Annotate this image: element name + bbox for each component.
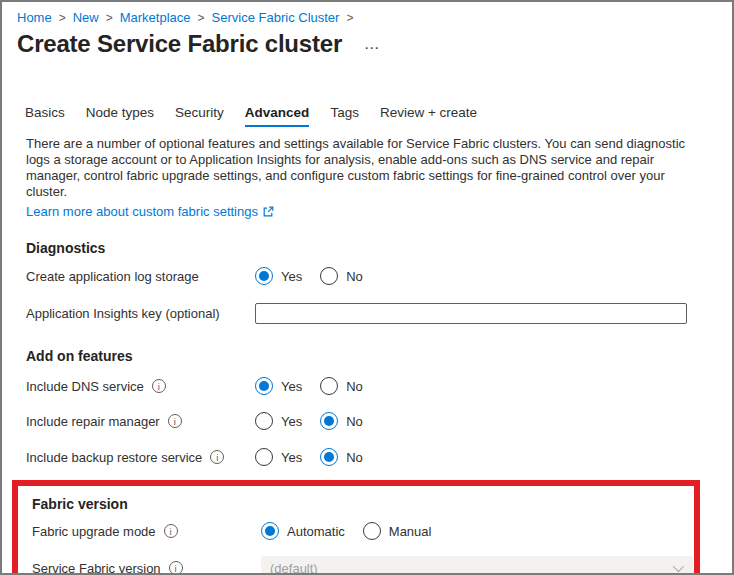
radio-label: No [346, 379, 363, 394]
radio-label: No [346, 414, 363, 429]
breadcrumb-new[interactable]: New [73, 10, 99, 25]
chevron-right-separator: > [198, 11, 205, 25]
radio-option-yes[interactable]: Yes [255, 448, 302, 466]
radio-option-no[interactable]: No [320, 377, 363, 395]
field-label: Include backup restore service [26, 450, 202, 465]
field-label: Create application log storage [26, 269, 199, 284]
tab-content-advanced: There are a number of optional features … [2, 136, 732, 575]
field-label: Include repair manager [26, 414, 160, 429]
chevron-down-icon [673, 561, 684, 572]
chevron-right-separator: > [59, 11, 66, 25]
radio-option-no[interactable]: No [320, 412, 363, 430]
radio-icon [320, 448, 338, 466]
radio-option-no[interactable]: No [320, 448, 363, 466]
breadcrumb-home[interactable]: Home [17, 10, 52, 25]
form-row-include-repair-manager: Include repair manager Yes No [26, 412, 708, 430]
title-row: Create Service Fabric cluster ⋯ [17, 30, 732, 58]
dropdown-selected-value: (default) [270, 561, 318, 575]
radio-icon [320, 267, 338, 285]
chevron-right-separator: > [346, 11, 353, 25]
highlight-box-fabric-version: Fabric version Fabric upgrade mode Autom… [12, 480, 700, 575]
learn-more-link[interactable]: Learn more about custom fabric settings [26, 204, 274, 219]
radio-label: Yes [281, 379, 302, 394]
radio-option-manual[interactable]: Manual [363, 522, 432, 540]
radio-icon [320, 412, 338, 430]
page-header: Home > New > Marketplace > Service Fabri… [2, 2, 732, 58]
radio-group-include-dns-service: Yes No [255, 377, 363, 395]
chevron-right-separator: > [106, 11, 113, 25]
radio-option-yes[interactable]: Yes [255, 267, 302, 285]
form-row-include-backup-restore-service: Include backup restore service Yes No [26, 448, 708, 466]
section-heading-fabric-version: Fabric version [32, 496, 694, 512]
intro-text: There are a number of optional features … [26, 136, 688, 200]
field-label: Application Insights key (optional) [26, 306, 220, 321]
radio-label: Automatic [287, 524, 345, 539]
breadcrumb-marketplace[interactable]: Marketplace [120, 10, 191, 25]
page-title: Create Service Fabric cluster [17, 30, 342, 58]
radio-label: Yes [281, 414, 302, 429]
info-icon[interactable] [168, 414, 182, 428]
form-row-fabric-upgrade-mode: Fabric upgrade mode Automatic Manual [32, 522, 694, 540]
section-heading-add-on-features: Add on features [26, 348, 708, 364]
radio-icon [255, 448, 273, 466]
breadcrumb-service-fabric-cluster[interactable]: Service Fabric Cluster [212, 10, 340, 25]
form-row-service-fabric-version: Service Fabric version (default) [32, 556, 694, 575]
service-fabric-version-dropdown[interactable]: (default) [261, 556, 693, 575]
form-row-include-dns-service: Include DNS service Yes No [26, 377, 708, 395]
radio-icon [320, 377, 338, 395]
learn-more-link-label: Learn more about custom fabric settings [26, 204, 258, 219]
info-icon[interactable] [164, 524, 178, 538]
tab-node-types[interactable]: Node types [86, 105, 154, 127]
radio-group-include-backup-restore-service: Yes No [255, 448, 363, 466]
more-options-icon[interactable]: ⋯ [364, 34, 379, 55]
field-label: Fabric upgrade mode [32, 524, 156, 539]
radio-icon [255, 267, 273, 285]
create-service-fabric-cluster-page: Home > New > Marketplace > Service Fabri… [0, 0, 734, 575]
field-label: Include DNS service [26, 379, 144, 394]
radio-group-create-application-log-storage: Yes No [255, 267, 363, 285]
radio-label: No [346, 269, 363, 284]
field-label: Service Fabric version [32, 561, 161, 575]
radio-icon [255, 412, 273, 430]
info-icon[interactable] [169, 561, 183, 575]
radio-icon [261, 522, 279, 540]
section-heading-diagnostics: Diagnostics [26, 240, 708, 256]
radio-label: Yes [281, 269, 302, 284]
form-row-application-insights-key: Application Insights key (optional) [26, 303, 708, 324]
tab-advanced[interactable]: Advanced [245, 105, 310, 127]
info-icon[interactable] [152, 379, 166, 393]
tab-security[interactable]: Security [175, 105, 224, 127]
external-link-icon [263, 206, 274, 217]
radio-icon [255, 377, 273, 395]
radio-group-include-repair-manager: Yes No [255, 412, 363, 430]
radio-option-automatic[interactable]: Automatic [261, 522, 345, 540]
radio-icon [363, 522, 381, 540]
tab-review-create[interactable]: Review + create [380, 105, 477, 127]
application-insights-key-input[interactable] [255, 303, 687, 324]
breadcrumb: Home > New > Marketplace > Service Fabri… [17, 10, 732, 25]
radio-option-yes[interactable]: Yes [255, 377, 302, 395]
tab-tags[interactable]: Tags [330, 105, 359, 127]
radio-label: Manual [389, 524, 432, 539]
radio-group-fabric-upgrade-mode: Automatic Manual [261, 522, 431, 540]
radio-label: Yes [281, 450, 302, 465]
radio-label: No [346, 450, 363, 465]
radio-option-yes[interactable]: Yes [255, 412, 302, 430]
info-icon[interactable] [210, 450, 224, 464]
form-row-create-application-log-storage: Create application log storage Yes No [26, 267, 708, 285]
tab-basics[interactable]: Basics [25, 105, 65, 127]
radio-option-no[interactable]: No [320, 267, 363, 285]
tab-bar: Basics Node types Security Advanced Tags… [25, 105, 732, 127]
